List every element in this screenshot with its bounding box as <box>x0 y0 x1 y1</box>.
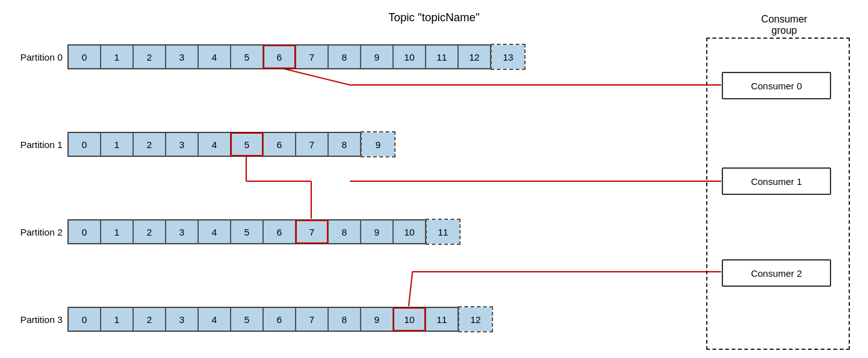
cell-p2-8: 8 <box>328 220 361 244</box>
cell-p3-0: 0 <box>68 307 101 331</box>
cell-p2-1: 1 <box>101 220 133 244</box>
diagram-container: Topic "topicName" <box>0 0 868 358</box>
consumer-2: Consumer 2 <box>722 259 831 287</box>
partition-label-2: Partition 2 <box>5 227 67 237</box>
partition-label-3: Partition 3 <box>5 314 67 325</box>
cell-p0-5: 5 <box>231 45 263 69</box>
cell-p2-10: 10 <box>393 220 426 244</box>
cell-p0-10: 10 <box>393 45 426 69</box>
cell-p2-3: 3 <box>166 220 198 244</box>
cell-p1-7: 7 <box>296 132 328 156</box>
cell-p1-0: 0 <box>68 132 101 156</box>
cell-p3-9: 9 <box>361 307 393 331</box>
cell-p3-5: 5 <box>231 307 263 331</box>
cell-p2-2: 2 <box>133 220 166 244</box>
cell-p2-6: 6 <box>263 220 296 244</box>
consumer-1: Consumer 1 <box>722 167 831 195</box>
cell-p1-4: 4 <box>198 132 231 156</box>
consumer-0: Consumer 0 <box>722 72 831 99</box>
partition-row-0: Partition 0012345678910111213 <box>5 44 526 70</box>
cell-dashed-p1-9: 9 <box>362 132 394 156</box>
cell-p1-3: 3 <box>166 132 198 156</box>
cell-p0-1: 1 <box>101 45 133 69</box>
consumer-group-label: Consumergroup <box>722 14 847 36</box>
cell-p0-0: 0 <box>68 45 101 69</box>
cell-p3-10: 10 <box>393 307 426 331</box>
cell-p2-5: 5 <box>231 220 263 244</box>
cell-p3-6: 6 <box>263 307 296 331</box>
cell-p3-7: 7 <box>296 307 328 331</box>
partition-row-3: Partition 30123456789101112 <box>5 306 493 332</box>
partition-label-0: Partition 0 <box>5 52 67 62</box>
cell-p2-9: 9 <box>361 220 393 244</box>
cell-dashed-p3-12: 12 <box>459 307 492 331</box>
cell-p1-6: 6 <box>263 132 296 156</box>
cell-p1-1: 1 <box>101 132 133 156</box>
cell-p0-2: 2 <box>133 45 166 69</box>
cell-p1-2: 2 <box>133 132 166 156</box>
cell-dashed-p0-13: 13 <box>492 45 524 69</box>
cell-p2-0: 0 <box>68 220 101 244</box>
cell-p0-12: 12 <box>458 45 491 69</box>
cell-p2-4: 4 <box>198 220 231 244</box>
cell-p3-4: 4 <box>198 307 231 331</box>
cell-p1-8: 8 <box>328 132 361 156</box>
cell-p0-8: 8 <box>328 45 361 69</box>
cell-p3-3: 3 <box>166 307 198 331</box>
cell-dashed-p2-11: 11 <box>427 220 459 244</box>
cell-p0-7: 7 <box>296 45 328 69</box>
cell-p3-8: 8 <box>328 307 361 331</box>
cell-p0-3: 3 <box>166 45 198 69</box>
cell-p2-7: 7 <box>296 220 328 244</box>
cell-p3-1: 1 <box>101 307 133 331</box>
cell-p0-11: 11 <box>426 45 458 69</box>
cell-p3-11: 11 <box>426 307 458 331</box>
cell-p0-9: 9 <box>361 45 393 69</box>
cell-p3-2: 2 <box>133 307 166 331</box>
cell-p0-4: 4 <box>198 45 231 69</box>
partition-row-2: Partition 201234567891011 <box>5 219 461 245</box>
partition-row-1: Partition 10123456789 <box>5 131 396 157</box>
cell-p1-5: 5 <box>231 132 263 156</box>
cell-p0-6: 6 <box>263 45 296 69</box>
partition-label-1: Partition 1 <box>5 139 67 150</box>
